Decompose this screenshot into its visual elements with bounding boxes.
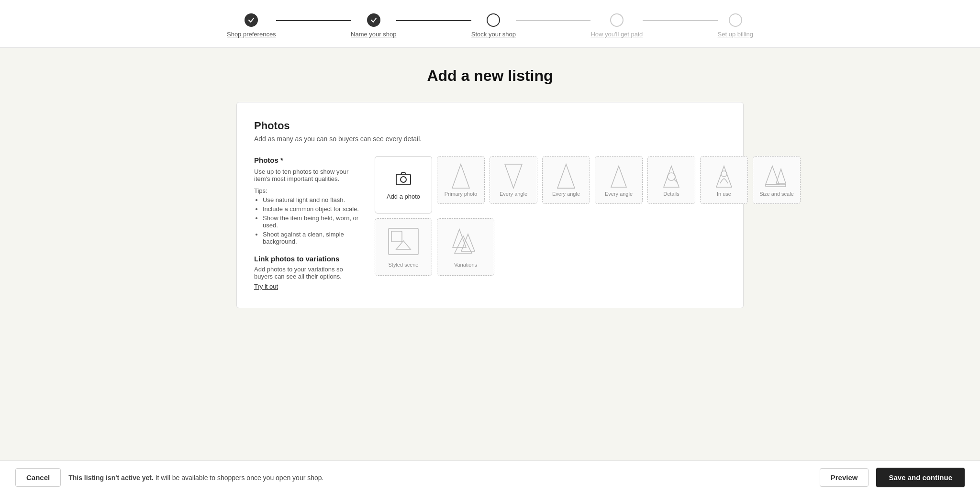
slot-label-angle-2: Every angle bbox=[552, 191, 580, 197]
slot-label-angle-1: Every angle bbox=[500, 191, 527, 197]
slot-label-styled-scene: Styled scene bbox=[389, 262, 419, 268]
svg-rect-0 bbox=[396, 174, 411, 185]
every-angle-2-icon bbox=[556, 163, 577, 189]
step-how-youll-get-paid[interactable]: How you'll get paid bbox=[590, 13, 643, 38]
primary-photo-icon bbox=[450, 163, 471, 189]
step-label-1[interactable]: Shop preferences bbox=[227, 31, 276, 38]
photos-layout: Photos * Use up to ten photos to show yo… bbox=[254, 156, 726, 291]
svg-rect-14 bbox=[766, 184, 786, 187]
slot-in-use[interactable]: In use bbox=[700, 156, 748, 204]
tips-label: Tips: bbox=[254, 187, 359, 194]
field-label: Photos * bbox=[254, 156, 359, 164]
step-circle-5 bbox=[729, 13, 742, 27]
slot-label-details: Details bbox=[663, 191, 679, 197]
add-photo-slot[interactable]: Add a photo bbox=[375, 156, 432, 213]
photos-grid: Add a photo Primary photo bbox=[375, 156, 801, 291]
every-angle-1-icon bbox=[503, 163, 524, 189]
cancel-button[interactable]: Cancel bbox=[15, 468, 61, 487]
step-stock-your-shop[interactable]: Stock your shop bbox=[471, 13, 516, 38]
step-label-2[interactable]: Name your shop bbox=[351, 31, 396, 38]
step-set-up-billing[interactable]: Set up billing bbox=[718, 13, 753, 38]
step-shop-preferences[interactable]: Shop preferences bbox=[227, 13, 276, 38]
listing-card: Photos Add as many as you can so buyers … bbox=[236, 102, 744, 308]
svg-rect-16 bbox=[391, 231, 402, 242]
every-angle-3-icon bbox=[608, 163, 629, 189]
status-bold: This listing isn't active yet. bbox=[68, 474, 154, 482]
main-content: Add a new listing Photos Add as many as … bbox=[227, 48, 753, 327]
slot-every-angle-1[interactable]: Every angle bbox=[490, 156, 537, 204]
link-photos-title: Link photos to variations bbox=[254, 255, 359, 263]
svg-marker-3 bbox=[505, 164, 522, 188]
step-label-3[interactable]: Stock your shop bbox=[471, 31, 516, 38]
tip-3: Show the item being held, worn, or used. bbox=[263, 214, 359, 229]
status-detail: It will be available to shoppers once yo… bbox=[156, 474, 324, 482]
in-use-icon bbox=[713, 163, 735, 189]
tip-4: Shoot against a clean, simple background… bbox=[263, 231, 359, 245]
slot-label-variations: Variations bbox=[454, 262, 477, 268]
status-text: This listing isn't active yet. It will b… bbox=[68, 474, 812, 482]
photo-row-1: Add a photo Primary photo bbox=[375, 156, 801, 213]
page-title: Add a new listing bbox=[236, 67, 744, 85]
step-circle-2 bbox=[367, 13, 380, 27]
slot-styled-scene[interactable]: Styled scene bbox=[375, 218, 432, 276]
svg-point-8 bbox=[668, 173, 675, 180]
connector-3 bbox=[516, 20, 590, 21]
add-photo-label: Add a photo bbox=[387, 193, 420, 200]
svg-marker-20 bbox=[455, 236, 472, 253]
styled-scene-icon bbox=[387, 226, 420, 260]
svg-point-11 bbox=[721, 171, 727, 177]
section-subtitle: Add as many as you can so buyers can see… bbox=[254, 135, 726, 143]
slot-label-size-scale: Size and scale bbox=[759, 191, 794, 197]
svg-marker-7 bbox=[664, 166, 679, 187]
slot-variations[interactable]: Variations bbox=[437, 218, 494, 276]
step-name-your-shop[interactable]: Name your shop bbox=[351, 13, 396, 38]
tip-2: Include a common object for scale. bbox=[263, 205, 359, 213]
slot-label-in-use: In use bbox=[717, 191, 731, 197]
slot-every-angle-2[interactable]: Every angle bbox=[542, 156, 590, 204]
variations-icon bbox=[449, 226, 482, 260]
details-icon bbox=[661, 163, 682, 189]
try-it-link[interactable]: Try it out bbox=[254, 283, 278, 290]
slot-details[interactable]: Details bbox=[647, 156, 695, 204]
size-scale-icon bbox=[764, 163, 790, 189]
svg-marker-4 bbox=[557, 164, 575, 188]
bottom-bar: Cancel This listing isn't active yet. It… bbox=[0, 460, 980, 494]
photos-sidebar: Photos * Use up to ten photos to show yo… bbox=[254, 156, 359, 291]
svg-marker-2 bbox=[452, 164, 469, 188]
slot-primary-photo[interactable]: Primary photo bbox=[437, 156, 485, 204]
preview-button[interactable]: Preview bbox=[820, 468, 869, 487]
save-continue-button[interactable]: Save and continue bbox=[876, 468, 965, 487]
svg-marker-6 bbox=[611, 166, 626, 187]
photo-row-2: Styled scene Variations bbox=[375, 218, 801, 276]
connector-1 bbox=[276, 20, 351, 21]
tip-1: Use natural light and no flash. bbox=[263, 196, 359, 203]
tips-list: Use natural light and no flash. Include … bbox=[254, 196, 359, 245]
field-desc: Use up to ten photos to show your item's… bbox=[254, 168, 359, 182]
camera-icon bbox=[395, 170, 412, 187]
connector-4 bbox=[643, 20, 717, 21]
step-circle-4 bbox=[610, 13, 624, 27]
step-label-5[interactable]: Set up billing bbox=[718, 31, 753, 38]
slot-size-and-scale[interactable]: Size and scale bbox=[753, 156, 801, 204]
slot-label-primary: Primary photo bbox=[445, 191, 477, 197]
step-label-4[interactable]: How you'll get paid bbox=[590, 31, 643, 38]
slot-every-angle-3[interactable]: Every angle bbox=[595, 156, 643, 204]
svg-point-1 bbox=[401, 177, 406, 182]
progress-bar: Shop preferences Name your shop Stock yo… bbox=[0, 0, 980, 48]
connector-2 bbox=[396, 20, 471, 21]
link-photos-desc: Add photos to your variations so buyers … bbox=[254, 266, 359, 280]
slot-label-angle-3: Every angle bbox=[605, 191, 633, 197]
step-circle-1 bbox=[245, 13, 258, 27]
step-circle-3 bbox=[487, 13, 500, 27]
section-title: Photos bbox=[254, 120, 726, 132]
